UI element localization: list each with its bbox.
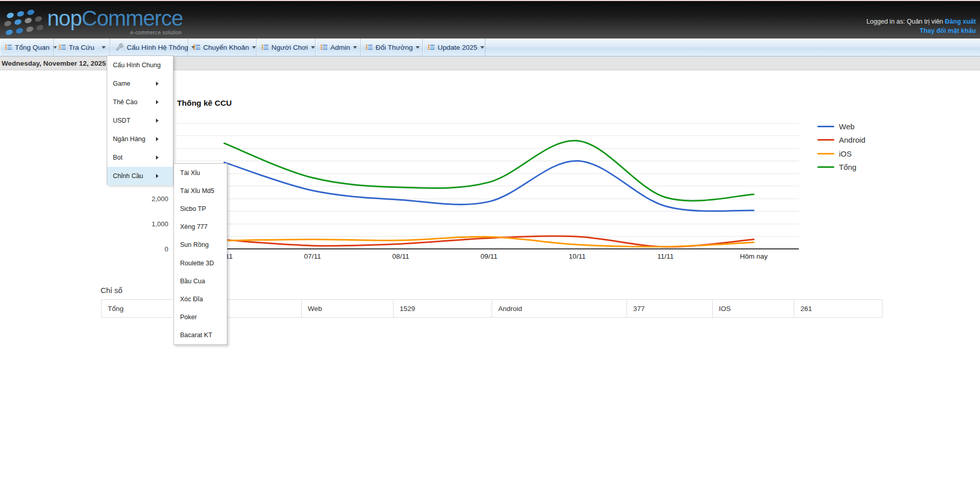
legend-item-android: Android [817,133,866,147]
svg-text:1,000: 1,000 [151,220,168,228]
menubar-item-admin[interactable]: Admin [316,38,361,56]
legend-label: iOS [839,149,852,158]
menubar-item-label: Đổi Thưởng [376,44,413,51]
list-icon [262,44,268,50]
legend-swatch [817,139,834,141]
submenu-arrow-icon [156,119,159,123]
submenu-arrow-icon [156,137,159,141]
dropdown-item-bot[interactable]: Bot [107,148,173,167]
stats-label-android: Android [492,300,627,317]
list-icon [321,44,327,50]
logo-dots-icon [3,9,43,38]
dropdown-item-chinh-cau[interactable]: Chỉnh Cầu [107,167,173,185]
submenu-arrow-icon [156,82,159,86]
logged-in-text: Logged in as: Quản trị viên [867,18,943,25]
user-block: Logged in as: Quản trị viên Đăng xuất Th… [867,18,976,34]
legend-swatch [817,166,834,168]
dropdown-item-label: Thẻ Cào [113,99,138,106]
logout-link[interactable]: Đăng xuất [945,18,976,25]
stats-label-ios: IOS [713,300,794,317]
dropdown-item-cau-hinh-chung[interactable]: Cấu Hình Chung [107,56,173,74]
brand-name: nopCommerce e-commerce solution [47,6,183,31]
submenu-item-tai-xiu[interactable]: Tài Xỉu [174,164,227,182]
dropdown-item-usdt[interactable]: USDT [107,111,173,130]
submenu-item-poker[interactable]: Poker [174,308,227,326]
menubar-item-label: Update 2025 [438,44,477,51]
series-line-android [224,236,754,247]
submenu-item-xeng-777[interactable]: Xèng 777 [174,218,227,236]
svg-text:Hôm nay: Hôm nay [740,252,768,260]
chart-legend: WebAndroidiOSTổng [817,120,866,174]
menubar-item-label: Cấu Hình Hệ Thống [127,44,188,51]
chinh-cau-submenu: Tài XỉuTài Xỉu Md5Sicbo TPXèng 777Sun Rồ… [173,163,227,345]
admin-screen: nopCommerce e-commerce solution Logged i… [0,0,980,486]
submenu-item-sun-rong[interactable]: Sun Rồng [174,236,227,254]
stats-heading: Chỉ số [101,286,123,295]
menubar-item-nguoi-choi[interactable]: Người Chơi [257,38,316,56]
list-icon [428,44,435,50]
stats-label-web: Web [302,300,394,317]
change-password-link[interactable]: Thay đổi mật khẩu [919,27,976,34]
legend-label: Android [839,135,866,144]
submenu-item-tai-xiu-md5[interactable]: Tài Xỉu Md5 [174,182,227,200]
chevron-down-icon [353,46,357,49]
chart-title: Thống kê CCU [177,99,232,108]
svg-text:11/11: 11/11 [657,252,674,260]
menubar-item-label: Tổng Quan [15,44,50,51]
submenu-arrow-icon [156,155,159,160]
list-icon [193,44,200,50]
svg-text:0: 0 [165,245,168,253]
menubar-item-tong-quan[interactable]: Tổng Quan [0,38,54,56]
submenu-item-roulette-3d[interactable]: Roulette 3D [174,254,227,272]
wrench-icon [115,43,124,51]
dropdown-item-the-cao[interactable]: Thẻ Cào [107,93,173,111]
stats-value-tong [216,300,302,317]
submenu-item-sicbo-tp[interactable]: Sicbo TP [174,200,227,218]
brand-commerce: Commerce [82,6,183,30]
legend-label: Web [839,122,855,131]
config-dropdown-menu: Cấu Hình ChungGameThẻ CàoUSDTNgân HàngBo… [107,55,173,185]
list-icon [366,44,373,50]
dropdown-item-label: Chỉnh Cầu [113,172,143,180]
chevron-down-icon [311,46,315,49]
dropdown-item-ngan-hang[interactable]: Ngân Hàng [107,130,173,148]
list-icon [59,44,66,50]
stats-value-ios: 261 [794,300,882,317]
main-menubar: Tổng QuanTra CứuCấu Hình Hệ ThốngChuyển … [0,38,980,56]
menubar-item-chuyen-khoan[interactable]: Chuyển Khoản [188,38,257,56]
stats-value-web: 1529 [394,300,492,317]
legend-item-tong: Tổng [817,161,866,174]
submenu-item-xoc-dia[interactable]: Xóc Đĩa [174,290,227,308]
dropdown-item-label: Ngân Hàng [113,135,145,143]
app-header: nopCommerce e-commerce solution Logged i… [0,0,980,38]
dropdown-item-label: Cấu Hình Chung [113,62,161,69]
list-icon [5,44,12,50]
svg-text:07/11: 07/11 [304,252,321,260]
menubar-item-cau-hinh-he-thong[interactable]: Cấu Hình Hệ Thống [110,38,188,56]
change-password-line: Thay đổi mật khẩu [867,27,976,34]
brand-nop: nop [47,6,82,30]
submenu-item-bacarat-kt[interactable]: Bacarat KT [174,326,227,344]
dropdown-item-label: Game [113,80,130,87]
menubar-item-label: Admin [330,44,350,51]
legend-item-web: Web [817,120,866,133]
submenu-arrow-icon [156,100,159,104]
logged-in-line: Logged in as: Quản trị viên Đăng xuất [867,18,976,25]
menubar-item-tra-cuu[interactable]: Tra Cứu [54,38,110,56]
logo: nopCommerce e-commerce solution [3,6,183,38]
brand-subtitle: e-commerce solution [130,30,182,35]
svg-text:10/11: 10/11 [569,252,586,260]
chevron-down-icon [252,46,256,49]
chevron-down-icon [480,46,484,49]
menubar-item-update-2025[interactable]: Update 2025 [423,38,485,56]
svg-text:09/11: 09/11 [481,252,498,260]
menubar-item-doi-thuong[interactable]: Đổi Thưởng [361,38,423,56]
submenu-item-bau-cua[interactable]: Bầu Cua [174,272,227,290]
menubar-item-label: Người Chơi [271,44,308,51]
dropdown-item-game[interactable]: Game [107,74,173,93]
submenu-arrow-icon [156,174,159,178]
legend-item-ios: iOS [817,147,866,161]
menubar-item-label: Chuyển Khoản [203,44,249,51]
chevron-down-icon [102,46,106,49]
stats-value-android: 377 [627,300,713,317]
